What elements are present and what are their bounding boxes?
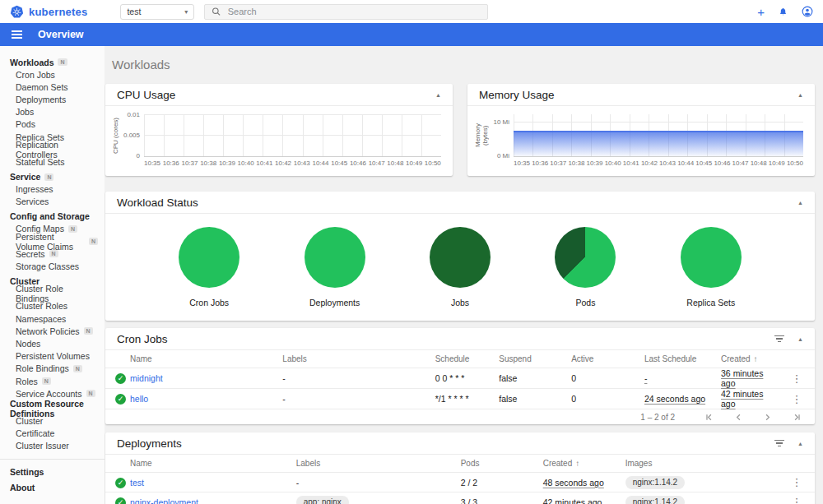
- sidebar-item-secrets[interactable]: SecretsN: [0, 247, 105, 260]
- sidebar-item-daemon-sets[interactable]: Daemon Sets: [0, 81, 105, 93]
- sidebar-item-ingresses[interactable]: Ingresses: [0, 183, 105, 196]
- y-tick: 0 Mi: [497, 152, 509, 160]
- memory-card-header: Memory Usage ▲: [467, 84, 815, 106]
- check-circle-icon: ✓: [115, 394, 126, 405]
- logo-text: kubernetes: [29, 6, 87, 18]
- last-page-button[interactable]: [791, 412, 802, 423]
- create-resource-button[interactable]: +: [757, 6, 765, 18]
- sidebar-item-about[interactable]: About: [0, 480, 105, 496]
- pie-chart-replica-sets: Replica Sets: [649, 227, 774, 307]
- collapse-memory-card-button[interactable]: ▲: [797, 92, 803, 98]
- sidebar-item-storage-classes[interactable]: Storage Classes: [0, 260, 105, 272]
- column-header-active[interactable]: Active: [571, 350, 644, 368]
- cpu-usage-card: CPU Usage ▲ CPU (cores) 0.01 0.005 0 10:…: [105, 84, 453, 176]
- sidebar-item-settings[interactable]: Settings: [0, 465, 105, 480]
- sidebar-item-persistent-volume-claims[interactable]: Persistent Volume ClaimsN: [0, 235, 105, 247]
- x-tick-label: 10:40: [238, 160, 254, 167]
- sidebar-group-workloads[interactable]: Workloads N: [0, 56, 105, 68]
- filter-icon: [774, 335, 784, 343]
- pie-jobs: [430, 227, 491, 288]
- namespaced-badge: N: [89, 238, 98, 245]
- column-header-name[interactable]: Name: [130, 455, 296, 473]
- sidebar-item-namespaces[interactable]: Namespaces: [0, 312, 105, 325]
- sidebar-item-label: Ingresses: [16, 184, 53, 194]
- sidebar-item-network-policies[interactable]: Network PoliciesN: [0, 325, 105, 337]
- column-header-label: Created: [543, 459, 573, 468]
- sidebar-item-persistent-volumes[interactable]: Persistent Volumes: [0, 350, 105, 363]
- cronjob-name-link[interactable]: hello: [130, 394, 148, 404]
- sidebar-item-jobs[interactable]: Jobs: [0, 106, 105, 118]
- collapse-cron-jobs-button[interactable]: ▲: [797, 336, 803, 342]
- column-header-name[interactable]: Name: [130, 350, 282, 368]
- pie-pods: [555, 227, 616, 288]
- column-header-suspend[interactable]: Suspend: [499, 350, 571, 368]
- collapse-workload-status-button[interactable]: ▲: [797, 200, 803, 206]
- column-header-last-schedule[interactable]: Last Schedule: [644, 350, 721, 368]
- column-header-schedule[interactable]: Schedule: [435, 350, 500, 368]
- sidebar-item-services[interactable]: Services: [0, 196, 105, 208]
- sidebar-item-cron-jobs[interactable]: Cron Jobs: [0, 68, 105, 81]
- image-chip: nginx:1.14.2: [625, 496, 686, 504]
- sidebar-item-roles[interactable]: RolesN: [0, 375, 105, 387]
- x-tick-label: 10:50: [787, 160, 803, 167]
- sidebar-group-config-and-storage[interactable]: Config and Storage: [0, 210, 105, 223]
- row-actions-button[interactable]: ⋮: [792, 497, 802, 504]
- cpu-card-header: CPU Usage ▲: [105, 84, 453, 106]
- sidebar-item-pods[interactable]: Pods: [0, 118, 105, 131]
- column-header-created[interactable]: Created↑: [721, 350, 785, 368]
- memory-plot-area: [514, 114, 803, 157]
- sidebar-item-replication-controllers[interactable]: Replication Controllers: [0, 143, 105, 155]
- filter-button[interactable]: [773, 437, 786, 451]
- collapse-cpu-card-button[interactable]: ▲: [435, 92, 441, 98]
- namespace-select[interactable]: test ▾: [120, 4, 194, 20]
- cell-created: 36 minutes ago: [721, 368, 763, 388]
- row-actions-button[interactable]: ⋮: [792, 477, 802, 488]
- kubernetes-logo[interactable]: kubernetes: [10, 5, 87, 19]
- bell-icon: [778, 7, 788, 17]
- sidebar-group-custom-resource-definitions[interactable]: Custom Resource Definitions: [0, 402, 105, 414]
- menu-toggle-button[interactable]: [8, 26, 30, 43]
- sidebar-item-cluster-issuer[interactable]: Cluster Issuer: [0, 440, 105, 452]
- deployment-name-link[interactable]: nginx-deployment: [130, 497, 198, 504]
- collapse-deployments-button[interactable]: ▲: [797, 441, 803, 446]
- pie-chart-pods: Pods: [523, 227, 648, 307]
- x-tick-label: 10:41: [623, 160, 639, 167]
- sidebar-item-label: Storage Classes: [16, 261, 79, 271]
- previous-page-button[interactable]: [733, 412, 744, 423]
- row-actions-button[interactable]: ⋮: [792, 394, 802, 405]
- notifications-button[interactable]: [778, 7, 788, 17]
- sidebar-item-certificate[interactable]: Certificate: [0, 428, 105, 440]
- sidebar-item-label: Cluster Roles: [16, 301, 67, 311]
- card-title: Memory Usage: [479, 89, 555, 101]
- first-page-button[interactable]: [704, 412, 715, 423]
- sidebar-group-service[interactable]: Service N: [0, 171, 105, 183]
- column-header-labels[interactable]: Labels: [282, 350, 435, 368]
- column-header-images[interactable]: Images: [625, 455, 785, 473]
- charts-row: CPU Usage ▲ CPU (cores) 0.01 0.005 0 10:…: [105, 84, 815, 176]
- y-axis-ticks: 10 Mi 0 Mi: [489, 114, 514, 157]
- search-input[interactable]: [228, 7, 481, 16]
- cell-labels: -: [282, 373, 286, 383]
- sidebar-item-nodes[interactable]: Nodes: [0, 337, 105, 349]
- pagination-range: 1 – 2 of 2: [640, 413, 675, 422]
- next-page-button[interactable]: [762, 412, 773, 423]
- sidebar-item-label: Cluster: [16, 416, 43, 426]
- x-tick-label: 10:47: [732, 160, 749, 167]
- cell-pods: 2 / 2: [461, 478, 477, 488]
- row-actions-button[interactable]: ⋮: [792, 373, 802, 384]
- column-header-labels[interactable]: Labels: [296, 455, 461, 473]
- x-tick-label: 10:50: [425, 160, 441, 167]
- sidebar-item-role-bindings[interactable]: Role BindingsN: [0, 363, 105, 375]
- column-header-created[interactable]: Created↑: [543, 455, 625, 473]
- cronjob-name-link[interactable]: midnight: [130, 373, 163, 383]
- sidebar-item-deployments[interactable]: Deployments: [0, 93, 105, 105]
- sidebar-item-cluster-role-bindings[interactable]: Cluster Role Bindings: [0, 288, 105, 300]
- namespaced-badge: N: [44, 173, 53, 181]
- x-tick-label: 10:38: [568, 160, 584, 167]
- user-menu-button[interactable]: [802, 6, 813, 17]
- menu-icon: [12, 30, 22, 32]
- column-header-pods[interactable]: Pods: [461, 455, 543, 473]
- deployment-name-link[interactable]: test: [130, 478, 144, 488]
- cell-labels: -: [296, 478, 300, 488]
- filter-button[interactable]: [773, 332, 786, 346]
